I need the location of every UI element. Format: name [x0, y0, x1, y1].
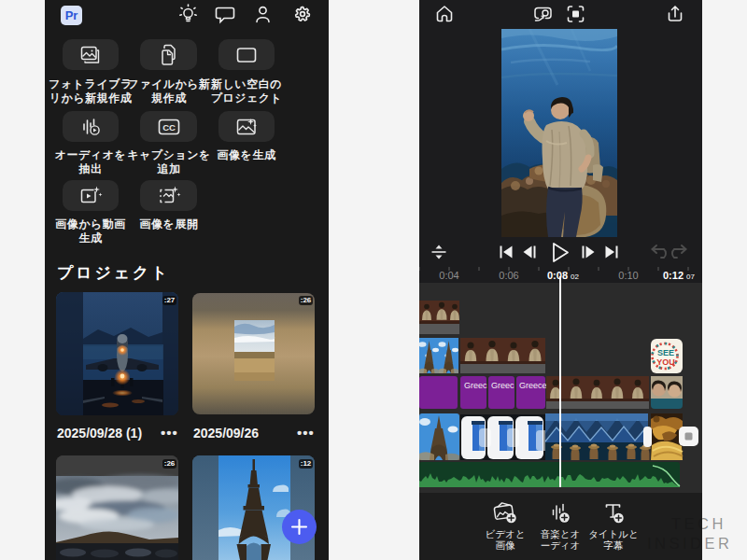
- svg-text:Greece: Greece: [519, 381, 547, 390]
- svg-text:Greec: Greec: [491, 381, 514, 390]
- svg-text:SEE: SEE: [657, 348, 674, 357]
- svg-text:CC: CC: [162, 121, 176, 132]
- svg-text:Greec: Greec: [464, 381, 487, 390]
- svg-text:YOU: YOU: [656, 357, 675, 367]
